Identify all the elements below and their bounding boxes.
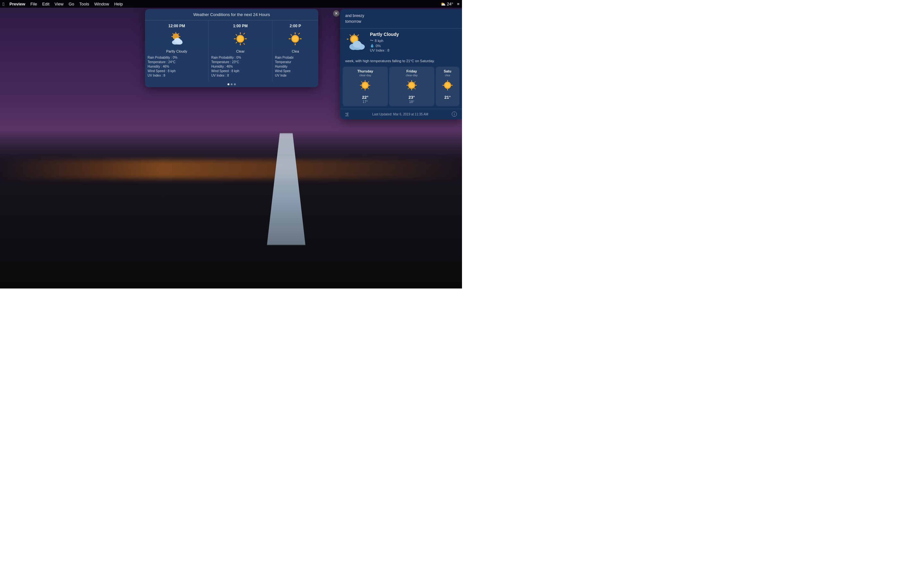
hour-col-1: 1:00 PM Clear Rain Probability : 0% [208,21,272,81]
hour-time-0: 12:00 PM [148,24,206,28]
day-type-thu: clear-day [344,74,387,77]
right-current-icon [345,32,366,53]
menu-edit[interactable]: Edit [42,2,49,6]
day-type-sat: clea [437,74,458,77]
svg-line-20 [244,43,245,45]
right-panel-top-text: and breezytomorrow [340,9,462,29]
menu-view[interactable]: View [55,2,63,6]
detail-rain-2: Rain Probabi [275,56,316,59]
right-current: Partly Cloudy 〜 8 kph 💧 0% UV Index : 8 [340,29,462,55]
detail-uv-1: UV Index : 8 [211,74,269,77]
day-low-fri: 18° [391,100,433,103]
day-col-saturday: Satu clea 21° [436,67,459,106]
svg-line-57 [408,88,409,89]
detail-uv-0: UV Index : 8 [148,74,206,77]
day-col-thursday: Thursday clear-day 22° 17° [342,67,388,106]
menubar-weather-icon: ⛅ [441,2,446,6]
hour-col-2: 2:00 P Clea Rain Probabi Temperatur Humi… [272,21,318,81]
weather-panel-24h: Weather Conditions for the next 24 Hours… [145,9,318,87]
day-name-thu: Thursday [344,69,387,73]
day-high-thu: 22° [344,95,387,100]
detail-rain-1: Rain Probability : 0% [211,56,269,59]
svg-point-10 [174,38,181,43]
menu-window[interactable]: Window [94,2,109,6]
svg-line-55 [408,81,409,83]
svg-point-60 [445,83,450,88]
svg-point-22 [292,36,298,42]
menu-help[interactable]: Help [114,2,123,6]
svg-line-18 [244,33,245,34]
condition-1: Clear [211,49,269,53]
detail-humidity-0: Humidity : 46% [148,65,206,68]
detail-uv-2: UV Inde [275,74,316,77]
rain-icon: 💧 [370,44,375,48]
right-panel-bottom: °F Last Updated: Mar 6, 2019 at 11:35 AM… [340,109,462,119]
week-description: week, with high temperatures falling to … [340,57,462,67]
info-icon[interactable]: i [452,111,457,117]
svg-line-47 [368,81,369,83]
weather-panel-right: and breezytomorrow Partly Cloudy 〜 8 kph [340,9,462,119]
top-text-content: and breezytomorrow [345,13,364,24]
detail-temp-1: Temperature : 23°C [211,60,269,64]
day-high-fri: 23° [391,95,433,100]
hour-icon-1 [211,31,269,47]
svg-point-50 [409,83,414,88]
menubar-left:  Preview File Edit View Go Tools Window… [3,1,123,7]
svg-line-32 [350,35,351,36]
hour-time-2: 2:00 P [275,24,316,28]
svg-line-19 [236,42,237,43]
panel-title: Weather Conditions for the next 24 Hours [145,9,318,21]
svg-line-27 [291,34,292,35]
weekly-section: week, with high temperatures falling to … [340,55,462,109]
right-wind-detail: 〜 8 kph [370,38,457,43]
svg-line-45 [361,81,363,83]
menu-file[interactable]: File [31,2,37,6]
day-icon-fri [405,79,418,92]
day-type-fri: clear-day [391,74,433,77]
menubar-temperature: 24° [447,2,453,6]
detail-wind-0: Wind Speed : 8 kph [148,69,206,73]
svg-line-5 [173,33,174,34]
right-uv-detail: UV Index : 8 [370,48,457,52]
right-current-info: Partly Cloudy 〜 8 kph 💧 0% UV Index : 8 [370,32,457,53]
apple-menu[interactable]:  [3,1,4,7]
right-rain-detail: 💧 0% [370,44,457,48]
clear-icon-1 [232,31,248,47]
unit-toggle[interactable]: °F [345,112,349,116]
day-high-sat: 21° [437,95,458,100]
menubar-right: ⛅ 24° ≡ [441,2,459,6]
menubar-weather[interactable]: ⛅ 24° [441,2,453,6]
close-button[interactable]: ✕ [333,10,339,17]
hour-col-0: 12:00 PM Partly Clo [145,21,208,81]
hour-icon-0 [148,31,206,47]
days-row: Thursday clear-day 22° 17° [340,67,462,106]
menubar-menu-icon[interactable]: ≡ [457,2,459,6]
detail-temp-0: Temperature : 24°C [148,60,206,64]
svg-point-12 [237,36,243,42]
scroll-dot-1 [231,83,233,85]
app-name[interactable]: Preview [9,2,25,6]
condition-2: Clea [275,49,316,53]
menu-tools[interactable]: Tools [79,2,89,6]
day-col-friday: Friday clear-day 23° 18° [389,67,435,106]
menu-go[interactable]: Go [69,2,74,6]
day-name-sat: Satu [437,69,458,73]
svg-line-56 [414,81,415,83]
clear-icon-2 [287,31,303,47]
svg-line-46 [368,88,369,89]
day-icon-sat [441,79,454,92]
svg-line-17 [236,34,237,35]
wind-icon: 〜 [370,38,373,43]
partly-cloudy-icon-0 [169,31,185,47]
scroll-dot-active [228,83,229,85]
condition-0: Partly Cloudy [148,49,206,53]
svg-line-58 [414,88,415,89]
day-icon-thu [359,79,372,92]
svg-line-6 [178,33,179,34]
menubar:  Preview File Edit View Go Tools Window… [0,0,462,8]
week-desc-text: week, with high temperatures falling to … [345,59,435,63]
hours-container: 12:00 PM Partly Clo [145,21,318,81]
day-name-fri: Friday [391,69,433,73]
scroll-indicator [145,81,318,87]
detail-humidity-1: Humidity : 46% [211,65,269,68]
